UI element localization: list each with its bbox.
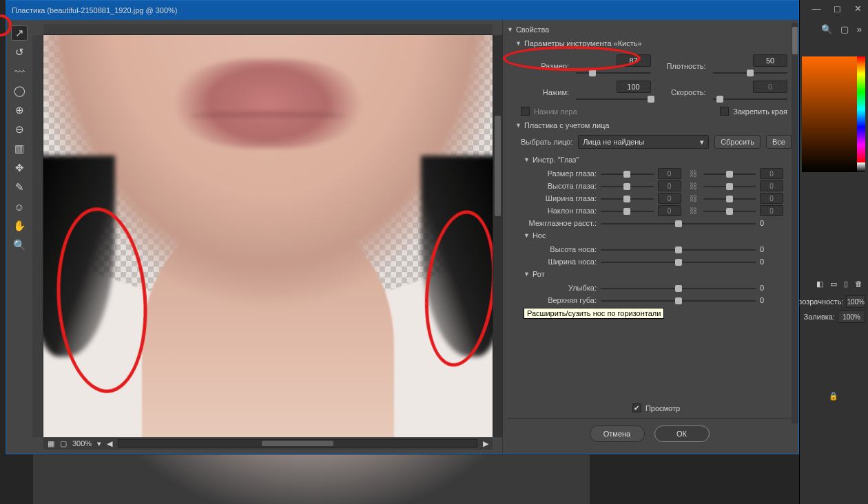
face-all-button[interactable]: Все [766, 135, 792, 149]
eye-dist-slider[interactable] [601, 219, 756, 229]
panel-scrollbar[interactable] [792, 23, 798, 423]
smile-val[interactable]: 0 [760, 284, 787, 292]
background-document-canvas [33, 454, 590, 504]
nose-width-row: Ширина носа: 0 [507, 255, 792, 267]
opacity-value[interactable]: 100% [846, 295, 865, 308]
scroll-right-icon[interactable]: ▶ [483, 439, 488, 448]
dialog-titlebar[interactable]: Пластика (beautiful-2150881_1920.jpg @ 3… [6, 1, 798, 20]
canvas-scroll-horizontal[interactable] [118, 439, 477, 448]
view-single-icon[interactable]: ▢ [60, 439, 67, 448]
upper-lip-val[interactable]: 0 [760, 296, 787, 304]
liquify-tools: ↗ ↺ 〰 ◯ ⊕ ⊖ ▥ ✥ ✎ ☺ ✋ 🔍 [6, 20, 32, 454]
eye-size-slider-l[interactable] [601, 169, 654, 179]
eye-width-val-l[interactable]: 0 [658, 193, 681, 204]
chevron-down-icon: ▾ [700, 138, 704, 147]
eye-dist-val[interactable]: 0 [760, 219, 787, 227]
face-aware-header[interactable]: ▼Пластика с учетом лица [507, 118, 792, 132]
brush-size-value[interactable]: 87 [617, 54, 651, 67]
zoom-dropdown-icon[interactable]: ▾ [97, 439, 101, 448]
window-close[interactable]: ✕ [847, 0, 868, 17]
face-reset-button[interactable]: Сбросить [714, 135, 761, 149]
tool-hand[interactable]: ✋ [11, 218, 28, 233]
link-icon[interactable]: ⛓ [690, 181, 698, 191]
eye-size-val-r[interactable]: 0 [760, 168, 783, 179]
canvas-scroll-vertical[interactable] [493, 35, 502, 437]
scroll-left-icon[interactable]: ◀ [107, 439, 112, 448]
brush-pressure-slider[interactable] [576, 94, 651, 104]
eye-tilt-val-r[interactable]: 0 [760, 205, 783, 216]
nose-header[interactable]: ▼Нос [507, 229, 792, 242]
tool-forward-warp[interactable]: ↗ [11, 25, 28, 41]
window-minimize[interactable]: — [806, 0, 827, 17]
nose-width-val[interactable]: 0 [760, 258, 787, 266]
tool-face[interactable]: ☺ [11, 199, 28, 214]
panel-menu-icon[interactable]: » [857, 24, 862, 34]
tooltip: Расширить/сузить нос по горизонтали [524, 308, 664, 319]
zoom-value[interactable]: 300% [72, 439, 92, 448]
tool-twirl[interactable]: ◯ [11, 83, 28, 98]
link-icon[interactable]: ⛓ [690, 193, 698, 203]
frames-icon[interactable]: ▢ [840, 24, 849, 34]
tool-thaw-mask[interactable]: ✎ [11, 180, 28, 195]
upper-lip-row: Верхняя губа: 0 [507, 293, 792, 306]
face-select-dropdown[interactable]: Лица не найдены▾ [578, 135, 709, 149]
eye-size-val-l[interactable]: 0 [658, 168, 681, 179]
trash-icon[interactable]: 🗑 [855, 280, 862, 288]
eye-height-slider-r[interactable] [703, 182, 756, 191]
fill-label: Заливка: [804, 313, 835, 321]
mask-icon[interactable]: ▭ [830, 280, 837, 288]
brush-density-value[interactable]: 50 [753, 54, 787, 67]
brush-rate-value: 0 [753, 81, 787, 93]
view-grid-icon[interactable]: ▦ [48, 439, 54, 448]
preview-check[interactable]: ✔Просмотр [507, 401, 792, 418]
new-icon[interactable]: ▯ [844, 280, 848, 288]
brush-pressure-label: Нажим: [521, 88, 569, 96]
ok-button[interactable]: ОК [654, 426, 710, 442]
eye-tilt-slider-l[interactable] [601, 207, 654, 216]
layers-mini-panel: ◧ ▭ ▯ 🗑 розрачность: 100% Заливка: 100% … [802, 275, 865, 401]
eye-tilt-slider-r[interactable] [703, 207, 756, 216]
nose-height-val[interactable]: 0 [760, 245, 787, 253]
tool-smooth[interactable]: 〰 [11, 64, 28, 79]
cancel-button[interactable]: Отмена [590, 426, 645, 442]
tool-bloat[interactable]: ⊖ [11, 122, 28, 137]
brush-density-slider[interactable] [713, 68, 788, 78]
nose-height-slider[interactable] [601, 245, 756, 255]
tool-zoom[interactable]: 🔍 [11, 238, 28, 253]
tool-freeze-mask[interactable]: ✥ [11, 160, 28, 176]
eye-width-val-r[interactable]: 0 [760, 193, 783, 204]
link-icon[interactable]: ⛓ [690, 169, 698, 178]
smile-row: Улыбка: 0 [507, 281, 792, 293]
fill-value[interactable]: 100% [838, 311, 865, 323]
window-maximize[interactable]: ◻ [827, 0, 847, 17]
eye-height-slider-l[interactable] [601, 182, 654, 191]
eyes-header[interactable]: ▼Инстр. "Глаз" [507, 153, 792, 167]
brush-pressure-value[interactable]: 100 [617, 81, 651, 93]
brush-size-slider[interactable] [576, 68, 651, 78]
link-icon[interactable]: ⛓ [690, 206, 698, 216]
annotation-ellipse-left [51, 204, 154, 396]
pin-edges-check[interactable]: Закрепить края [720, 107, 787, 116]
smile-slider[interactable] [601, 284, 756, 293]
ruler-vertical [32, 35, 43, 437]
liquify-canvas[interactable] [43, 35, 493, 437]
lock-icon[interactable]: 🔒 [829, 392, 838, 401]
eye-width-slider-l[interactable] [601, 194, 654, 204]
eye-height-val-r[interactable]: 0 [760, 180, 783, 191]
eye-height-val-l[interactable]: 0 [658, 180, 681, 191]
eye-size-slider-r[interactable] [703, 169, 756, 179]
nose-width-slider[interactable] [601, 258, 756, 267]
color-picker-panel[interactable] [802, 56, 865, 172]
artboard-icon[interactable]: ◧ [816, 280, 823, 288]
eye-tilt-val-l[interactable]: 0 [658, 205, 681, 216]
tool-pucker[interactable]: ⊕ [11, 103, 28, 118]
tool-reconstruct[interactable]: ↺ [11, 45, 28, 60]
tool-push-left[interactable]: ▥ [11, 141, 28, 156]
canvas-image [43, 35, 493, 437]
upper-lip-slider[interactable] [601, 296, 756, 306]
properties-header[interactable]: ▼Свойства [507, 23, 792, 36]
eye-width-slider-r[interactable] [703, 194, 756, 204]
mouth-header[interactable]: ▼Рот [507, 267, 792, 281]
search-icon[interactable]: 🔍 [821, 24, 832, 34]
brush-options-header[interactable]: ▼Параметры инструмента «Кисть» [507, 36, 792, 50]
